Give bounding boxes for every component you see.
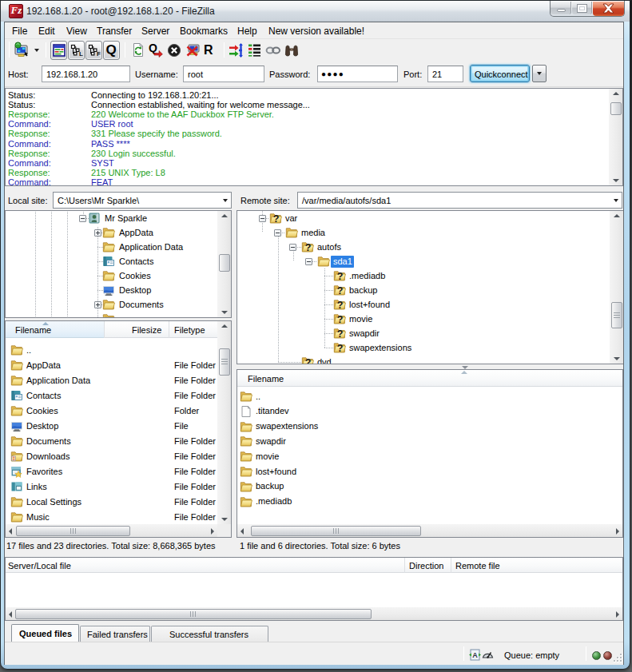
svg-text:F: F	[97, 50, 101, 57]
svg-text:A: A	[472, 651, 478, 659]
svg-text:L: L	[79, 50, 83, 57]
